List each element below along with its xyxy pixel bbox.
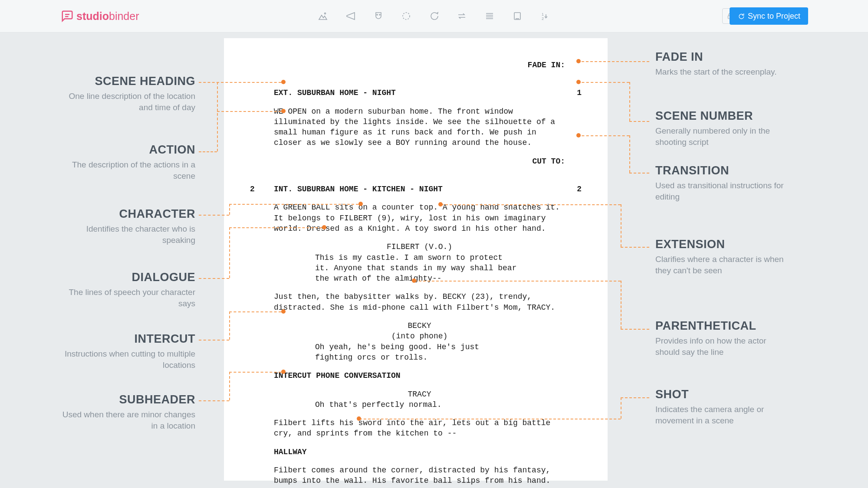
connector-dot <box>357 416 361 421</box>
connector <box>621 204 621 247</box>
character-filbert: FILBERT (V.O.) <box>274 242 565 252</box>
logo-icon <box>61 10 74 23</box>
sync-button[interactable]: Sync to Project <box>730 7 808 25</box>
annotation-transition: TRANSITION Used as transitional instruct… <box>655 164 790 202</box>
scene-2-heading: 2 INT. SUBURBAN HOME - KITCHEN - NIGHT 2 <box>250 184 582 194</box>
svg-point-4 <box>379 14 380 15</box>
scene-2-action: A GREEN BALL sits on a counter top. A yo… <box>274 202 565 234</box>
action-2: Just then, the babysitter walks by. BECK… <box>274 291 565 313</box>
connector-dot <box>576 59 581 63</box>
annotation-extension: EXTENSION Clarifies where a character is… <box>655 238 790 276</box>
parenthetical-becky: (into phone) <box>274 331 565 341</box>
connector <box>629 82 630 121</box>
transition-cut-to: CUT TO: <box>250 156 582 167</box>
top-toolbar: studiobinder 12 Sync to Project <box>0 0 868 33</box>
connector <box>629 173 649 174</box>
annotation-fade-in: FADE IN Marks the start of the screenpla… <box>655 50 790 78</box>
logo-text-2: binder <box>109 10 139 22</box>
connector <box>199 151 217 152</box>
scene-icon[interactable] <box>317 10 329 22</box>
sync-icon <box>737 13 744 20</box>
character-becky: BECKY <box>274 321 565 331</box>
svg-text:2: 2 <box>542 16 544 21</box>
connector-dot <box>281 109 286 113</box>
svg-text:1: 1 <box>542 12 544 16</box>
mask-icon[interactable] <box>372 10 385 22</box>
logo[interactable]: studiobinder <box>61 10 139 23</box>
swap-icon[interactable] <box>456 10 468 22</box>
connector-dot <box>281 80 286 84</box>
dialogue-becky: Oh yeah, he's being good. He's just figh… <box>315 342 521 363</box>
connector <box>629 135 630 173</box>
connector <box>621 329 649 330</box>
connector-dot <box>358 202 363 206</box>
svg-point-3 <box>377 14 378 15</box>
numbers-icon[interactable]: 12 <box>539 10 551 22</box>
annotation-intercut: INTERCUT Instructions when cutting to mu… <box>61 332 195 370</box>
connector <box>621 247 649 248</box>
connector-dot <box>281 309 286 314</box>
connector-dot <box>412 278 416 283</box>
logo-text-1: studio <box>76 10 109 22</box>
connector-dot <box>576 80 581 84</box>
action-3: Filbert lifts his sword into the air, le… <box>274 418 565 439</box>
comment-icon[interactable] <box>428 10 440 22</box>
connector <box>621 281 621 329</box>
annotation-shot: SHOT Indicates the camera angle or movem… <box>655 388 790 426</box>
announce-icon[interactable] <box>345 10 357 22</box>
annotation-scene-number: SCENE NUMBER Generally numbered only in … <box>655 109 790 147</box>
annotation-scene-heading: SCENE HEADING One line description of th… <box>61 75 195 113</box>
scene-1-heading: EXT. SUBURBAN HOME - NIGHT 1 <box>250 88 582 98</box>
annotation-character: CHARACTER Identifies the character who i… <box>61 207 195 246</box>
script-page: FADE IN: EXT. SUBURBAN HOME - NIGHT 1 WE… <box>224 38 608 481</box>
svg-point-2 <box>325 13 326 14</box>
lines-icon[interactable] <box>483 10 496 22</box>
character-tracy: TRACY <box>274 389 565 400</box>
connector-dot <box>438 202 443 206</box>
connector <box>629 121 649 122</box>
annotation-dialogue: DIALOGUE The lines of speech your charac… <box>61 271 195 309</box>
connector-dot <box>322 225 326 229</box>
note-icon[interactable] <box>511 10 523 22</box>
dialogue-tracy: Oh that's perfectly normal. <box>315 400 521 410</box>
svg-point-5 <box>403 13 410 20</box>
dialogue-filbert: This is my castle. I am sworn to protect… <box>315 252 521 284</box>
subheader-hallway: HALLWAY <box>274 447 582 457</box>
scene-1-action: WE OPEN on a modern suburban home. The f… <box>274 106 565 148</box>
connector <box>621 397 649 398</box>
connector-dot <box>576 133 581 138</box>
connector <box>621 397 621 419</box>
intercut: INTERCUT PHONE CONVERSATION <box>274 370 582 381</box>
sync-label: Sync to Project <box>748 12 800 21</box>
action-4: Filbert comes around the corner, distrac… <box>274 465 565 488</box>
circle-icon[interactable] <box>400 10 412 22</box>
annotation-parenthetical: PARENTHETICAL Provides info on how the a… <box>655 319 790 357</box>
fade-in: FADE IN: <box>250 60 582 70</box>
connector-dot <box>281 370 286 374</box>
connector <box>217 82 218 151</box>
annotation-subheader: SUBHEADER Used when there are minor chan… <box>61 393 195 431</box>
toolbar-icons: 12 <box>317 10 551 22</box>
annotation-action: ACTION The description of the actions in… <box>61 143 195 181</box>
